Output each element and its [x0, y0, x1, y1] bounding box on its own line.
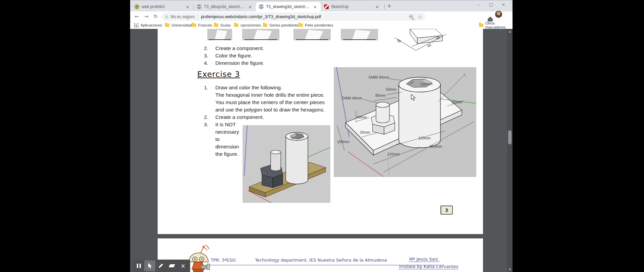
pause-button[interactable]	[133, 260, 144, 271]
cropped-figure-thumbnail	[207, 29, 232, 40]
list-number: 2.	[204, 45, 208, 51]
tab-sketchup[interactable]: SketchUp ×	[321, 2, 383, 11]
omnibox-url-field[interactable]: ⚠ No es seguro profemjesus.webcindario.c…	[162, 12, 425, 21]
dimensioned-model-image: DIÁM 90mm 130mm 50mm 80mm DIÁM 40mm 20mm…	[334, 67, 476, 177]
eraser-icon	[169, 264, 175, 267]
dim-label: 120mm	[418, 136, 431, 140]
bookmark-folder-series[interactable]: Series pendientes	[263, 22, 300, 28]
bookmark-label: Pelis pendientes	[305, 23, 333, 27]
list-text: Color the figure.	[215, 53, 252, 59]
pen-tool-button[interactable]	[155, 260, 166, 271]
list-number: 4.	[204, 60, 208, 66]
dim-label: 20mm	[452, 100, 462, 104]
cursor-tool-button[interactable]	[144, 260, 155, 271]
security-label[interactable]: No es seguro	[171, 14, 195, 19]
bookmark-folder-pelis[interactable]: Pelis pendientes	[299, 22, 333, 28]
list-text: You must place the centers of the center…	[215, 99, 325, 105]
dim-label: 50mm	[386, 87, 396, 91]
browser-window: web profeMJ × T3_dibujo3d_sketchup.pdf ×…	[130, 0, 513, 272]
bookmark-label: Francés	[198, 23, 212, 27]
bookmarks-bar: Aplicaciones Universidad Francés Guías o…	[130, 21, 513, 29]
tab-dibujo3d-pdf[interactable]: T3_dibujo3d_sketchup.pdf ×	[194, 2, 256, 11]
bookmark-folder-oposiciones[interactable]: oposiciones	[234, 22, 261, 28]
folder-icon	[192, 24, 196, 27]
close-icon: ×	[180, 263, 185, 269]
folder-icon	[234, 24, 238, 27]
list-text: The hexagonal inner hole drills the enti…	[215, 92, 325, 98]
scrollbar-thumb[interactable]	[508, 130, 512, 144]
footer-department: Technology department. IES Nuestra Señor…	[255, 258, 387, 263]
annotation-close-button[interactable]: ×	[177, 260, 189, 271]
minimize-button[interactable]: –	[474, 0, 484, 9]
cropped-dimension-figure: 50 40 64	[392, 29, 448, 60]
dimension-figure-drawing	[392, 29, 448, 60]
bookmark-star-icon[interactable]: ☆	[418, 14, 422, 19]
scroll-down-arrow-icon[interactable]: ▼	[507, 268, 513, 271]
footer-course: TPR: 3ºESO.	[211, 258, 237, 263]
apps-shortcut[interactable]: Aplicaciones	[134, 22, 162, 28]
folder-icon	[479, 24, 483, 27]
pdf-viewer: 50 40 64 2. Create a component. 3. Color…	[130, 29, 513, 272]
reload-button[interactable]: ↻	[152, 12, 160, 20]
cropped-figure-thumbnail	[341, 29, 378, 40]
pause-icon	[137, 264, 141, 268]
dim-label: 80mm	[375, 93, 386, 97]
other-bookmarks[interactable]: Otros marcadores	[479, 22, 513, 28]
back-button[interactable]: ←	[133, 12, 141, 20]
tab-close-icon[interactable]: ×	[375, 4, 380, 9]
tab-close-icon[interactable]: ×	[185, 4, 190, 9]
profile-avatar[interactable]	[495, 11, 502, 18]
list-text: and use the polygon tool to draw the hex…	[215, 107, 325, 113]
bookmark-folder-frances[interactable]: Francés	[192, 22, 212, 28]
profemj-favicon-icon	[135, 4, 139, 9]
tab-title: T3_dibujo3d_sketchup.pdf	[204, 4, 245, 9]
apps-label: Aplicaciones	[141, 23, 162, 27]
tab-drawing3d-pdf-active[interactable]: T3_drawing3d_sketchup.pdf ×	[256, 2, 321, 11]
dim-label: 360mm	[430, 144, 442, 148]
bookmark-label: Universidad	[171, 23, 192, 27]
forward-button[interactable]: →	[142, 12, 150, 20]
sketchup-favicon-icon	[324, 4, 329, 9]
tab-web-profemj[interactable]: web profeMJ ×	[131, 2, 193, 11]
bookmark-label: Guías	[220, 23, 231, 27]
url-text: profemjesus.webcindario.com/tpr_3/T3_dra…	[201, 14, 409, 19]
list-text: Draw and color the following.	[215, 85, 282, 91]
pen-icon	[158, 263, 164, 269]
footer-author: Mª Jesús Saiz.	[409, 257, 439, 262]
eraser-tool-button[interactable]	[166, 260, 177, 271]
tab-close-icon[interactable]: ×	[313, 4, 318, 9]
cropped-figure-thumbnail	[293, 29, 331, 40]
window-close-button[interactable]: ×	[498, 0, 508, 9]
globe-favicon-icon	[259, 4, 264, 9]
list-text: It is NOT	[215, 122, 236, 128]
cursor-arrow-icon	[148, 263, 152, 269]
zoom-indicator-icon[interactable]	[409, 15, 413, 18]
mouse-cursor-icon	[411, 94, 416, 102]
colored-model-image	[243, 125, 330, 203]
list-number: 2.	[204, 114, 208, 120]
list-text: necessary	[215, 129, 239, 135]
tab-title: SketchUp	[331, 4, 372, 9]
list-text: to	[215, 136, 220, 142]
new-tab-button[interactable]: +	[387, 3, 391, 9]
page-number-badge: 3	[440, 206, 453, 215]
bookmark-folder-universidad[interactable]: Universidad	[165, 22, 192, 28]
scroll-up-arrow-icon[interactable]: ▲	[507, 30, 513, 33]
maximize-button[interactable]: □	[486, 0, 496, 9]
dim-label: DIÁM 40mm	[342, 96, 362, 100]
pdf-scrollbar[interactable]: ▲ ▼	[507, 29, 513, 272]
list-number: 3.	[204, 122, 208, 128]
list-text: Dimension the figure.	[215, 60, 264, 66]
robot-mascot-image	[187, 242, 210, 272]
globe-favicon-icon	[197, 4, 202, 9]
list-text: Create a component.	[215, 45, 264, 51]
apps-grid-icon	[134, 23, 139, 28]
bookmark-folder-guias[interactable]: Guías	[214, 22, 231, 28]
bookmark-label: Series pendientes	[269, 23, 300, 27]
pdf-page-1: 50 40 64 2. Create a component. 3. Color…	[158, 29, 483, 234]
not-secure-warning-icon: ⚠	[165, 14, 169, 19]
pdf-page-2: TPR: 3ºESO. Technology department. IES N…	[158, 238, 483, 272]
list-number: 3.	[204, 53, 208, 59]
dim-label: 130mm	[420, 82, 433, 86]
tab-close-icon[interactable]: ×	[248, 4, 253, 9]
